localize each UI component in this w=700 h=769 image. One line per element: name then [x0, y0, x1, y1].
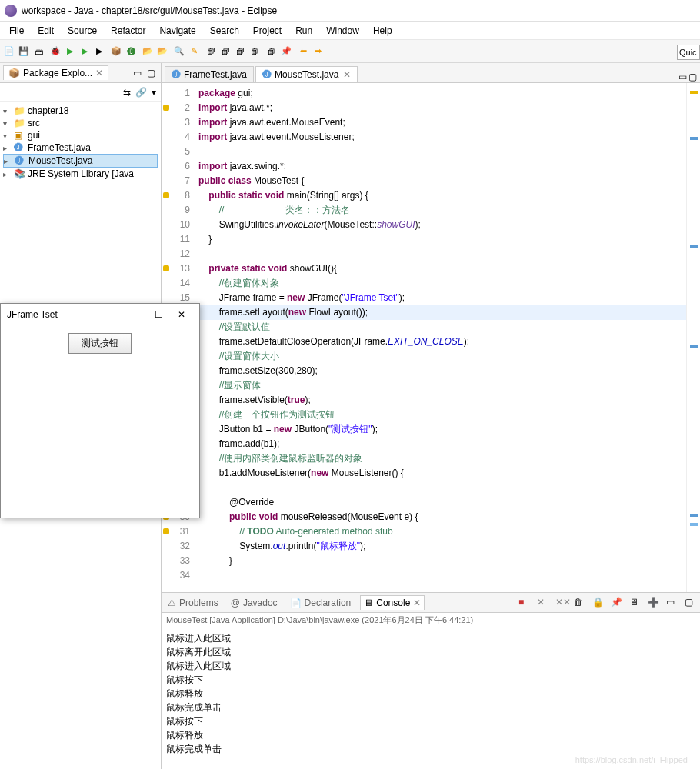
- menu-window[interactable]: Window: [320, 24, 365, 38]
- pin-icon[interactable]: 📌: [280, 45, 292, 58]
- code-editor[interactable]: package gui;import java.awt.*;import jav…: [195, 83, 686, 592]
- open-console-icon[interactable]: ➕: [648, 597, 660, 609]
- menu-search[interactable]: Search: [204, 24, 245, 38]
- new-class-icon[interactable]: 🅒: [125, 45, 137, 58]
- minimize-icon[interactable]: ▭: [678, 72, 687, 82]
- open-task-icon[interactable]: 📂: [156, 45, 168, 58]
- overview-ruler[interactable]: [686, 83, 700, 592]
- nav5-icon[interactable]: 🗊: [265, 45, 278, 58]
- nav2-icon[interactable]: 🗊: [219, 45, 232, 58]
- file-frametest[interactable]: FrameTest.java: [28, 142, 91, 153]
- package-explorer-tab[interactable]: 📦 Package Explo... ✕: [3, 65, 108, 80]
- back-icon[interactable]: ⬅: [297, 45, 309, 58]
- watermark: https://blog.csdn.net/i_Flipped_: [575, 755, 692, 764]
- close-button[interactable]: ✕: [170, 309, 193, 320]
- collapse-all-icon[interactable]: ⇆: [123, 87, 131, 98]
- minimize-button[interactable]: —: [124, 309, 147, 320]
- java-file-icon: 🅙: [172, 69, 181, 80]
- eclipse-icon: [5, 5, 17, 17]
- minimize-icon[interactable]: ▭: [666, 597, 678, 609]
- package-node[interactable]: gui: [28, 130, 40, 141]
- package-explorer-label: Package Explo...: [23, 68, 92, 78]
- project-icon: 📁: [14, 105, 25, 116]
- search-icon[interactable]: 🔍: [173, 45, 185, 58]
- coverage-icon[interactable]: ▶: [93, 45, 105, 58]
- close-tab-icon[interactable]: ✕: [343, 69, 351, 80]
- pin-console-icon[interactable]: 📌: [611, 597, 623, 609]
- menu-project[interactable]: Project: [247, 24, 288, 38]
- java-file-icon: 🅙: [15, 155, 25, 166]
- test-button[interactable]: 测试按钮: [68, 333, 132, 354]
- open-type-icon[interactable]: 📂: [142, 45, 154, 58]
- maximize-icon[interactable]: ▢: [147, 68, 158, 78]
- console-header: MouseTest [Java Application] D:\Java\bin…: [162, 613, 700, 628]
- declaration-icon: 📄: [290, 598, 302, 608]
- save-all-icon[interactable]: 🗃: [32, 45, 45, 58]
- main-toolbar: 📄 💾 🗃 🐞 ▶ ▶ ▶ 📦 🅒 📂 📂 🔍 ✎ 🗊 🗊 🗊 🗊 🗊 📌 ⬅ …: [0, 40, 700, 63]
- nav3-icon[interactable]: 🗊: [234, 45, 246, 58]
- package-icon: 📦: [8, 68, 20, 78]
- new-icon[interactable]: 📄: [3, 45, 15, 58]
- scroll-lock-icon[interactable]: 🔒: [592, 597, 605, 609]
- src-folder-icon: 📁: [14, 118, 25, 128]
- javadoc-icon: @: [231, 598, 240, 608]
- link-editor-icon[interactable]: 🔗: [135, 87, 147, 98]
- project-tree[interactable]: ▾📁chapter18 ▾📁src ▾▣gui ▸🅙FrameTest.java…: [0, 102, 161, 183]
- tab-label: FrameTest.java: [184, 69, 247, 80]
- maximize-button[interactable]: ☐: [147, 309, 170, 320]
- editor-area: 🅙 FrameTest.java 🅙 MouseTest.java ✕ ▭ ▢ …: [162, 63, 700, 769]
- jre-library-node[interactable]: JRE System Library [Java: [28, 168, 134, 179]
- remove-all-icon[interactable]: ✕✕: [555, 597, 568, 609]
- tab-console[interactable]: 🖥Console ✕: [360, 595, 425, 610]
- toggle-mark-icon[interactable]: ✎: [188, 45, 200, 58]
- close-icon[interactable]: ✕: [95, 68, 103, 78]
- jframe-window[interactable]: JFrame Tset — ☐ ✕ 测试按钮: [0, 303, 200, 518]
- menu-navigate[interactable]: Navigate: [153, 24, 202, 38]
- problems-icon: ⚠: [168, 598, 176, 608]
- jframe-title: JFrame Tset: [7, 309, 58, 320]
- maximize-icon[interactable]: ▢: [685, 597, 697, 609]
- package-icon: ▣: [14, 130, 25, 141]
- console-output[interactable]: 鼠标进入此区域鼠标离开此区域鼠标进入此区域鼠标按下鼠标释放鼠标完成单击鼠标按下鼠…: [162, 628, 700, 769]
- nav4-icon[interactable]: 🗊: [248, 45, 261, 58]
- run-icon[interactable]: ▶: [64, 45, 76, 58]
- window-titlebar: workspace - Java - chapter18/src/gui/Mou…: [0, 0, 700, 22]
- window-title: workspace - Java - chapter18/src/gui/Mou…: [22, 5, 277, 16]
- tab-declaration[interactable]: 📄Declaration: [287, 596, 355, 610]
- jframe-titlebar[interactable]: JFrame Tset — ☐ ✕: [1, 304, 199, 325]
- new-pkg-icon[interactable]: 📦: [110, 45, 122, 58]
- debug-icon[interactable]: 🐞: [49, 45, 62, 58]
- tab-javadoc[interactable]: @Javadoc: [228, 596, 281, 610]
- bottom-panel: ⚠Problems@Javadoc📄Declaration🖥Console ✕ …: [162, 592, 700, 769]
- menu-source[interactable]: Source: [62, 24, 103, 38]
- save-icon[interactable]: 💾: [18, 45, 30, 58]
- tab-label: MouseTest.java: [275, 69, 338, 80]
- src-node[interactable]: src: [28, 118, 40, 128]
- java-file-icon: 🅙: [14, 142, 25, 153]
- project-node[interactable]: chapter18: [28, 105, 68, 116]
- menu-run[interactable]: Run: [289, 24, 318, 38]
- java-file-icon: 🅙: [262, 69, 272, 80]
- menu-help[interactable]: Help: [367, 24, 398, 38]
- fwd-icon[interactable]: ➡: [312, 45, 324, 58]
- menubar: FileEditSourceRefactorNavigateSearchProj…: [0, 22, 700, 40]
- clear-console-icon[interactable]: 🗑: [574, 597, 586, 609]
- view-menu-icon[interactable]: ▾: [152, 87, 156, 98]
- console-icon: 🖥: [364, 598, 373, 608]
- library-icon: 📚: [14, 168, 25, 179]
- tab-mousetest[interactable]: 🅙 MouseTest.java ✕: [255, 66, 358, 82]
- menu-edit[interactable]: Edit: [32, 24, 60, 38]
- nav-icon[interactable]: 🗊: [205, 45, 217, 58]
- minimize-icon[interactable]: ▭: [133, 68, 144, 78]
- menu-refactor[interactable]: Refactor: [105, 24, 152, 38]
- run-config-icon[interactable]: ▶: [78, 45, 91, 58]
- file-mousetest[interactable]: MouseTest.java: [28, 155, 92, 166]
- maximize-icon[interactable]: ▢: [688, 72, 697, 82]
- tab-problems[interactable]: ⚠Problems: [165, 596, 222, 610]
- quick-access-input[interactable]: [677, 45, 700, 60]
- menu-file[interactable]: File: [3, 24, 30, 38]
- terminate-icon[interactable]: ■: [518, 597, 531, 609]
- display-console-icon[interactable]: 🖥: [629, 597, 642, 609]
- tab-frametest[interactable]: 🅙 FrameTest.java: [165, 66, 254, 82]
- remove-icon[interactable]: ✕: [537, 597, 549, 609]
